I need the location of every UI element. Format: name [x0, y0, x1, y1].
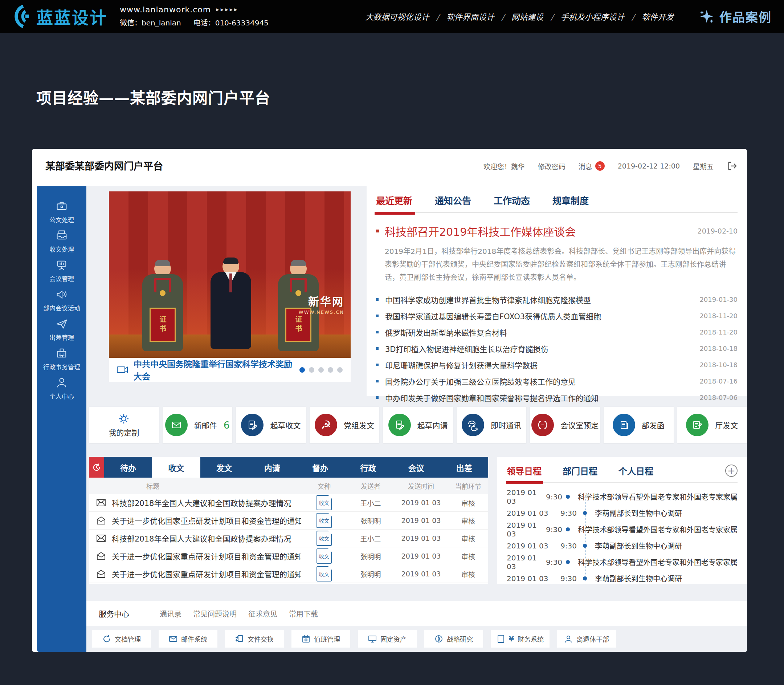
draft-incoming-button[interactable]: 起草收文 — [236, 407, 306, 443]
mail-icon — [169, 635, 178, 643]
tab-supervision[interactable]: 督办 — [296, 457, 344, 477]
footer-apps-row: 文档管理 邮件系统 文件交换 值班管理 固定资产 战略研究 — [86, 626, 747, 652]
schedule-entry[interactable]: 2019 01 03 9:30 科学技术部领导看望外国老专家和外国老专家家属 — [507, 521, 737, 537]
awardee-left: 证书 — [141, 260, 185, 351]
nav-item-website[interactable]: 网站建设 — [494, 11, 543, 22]
news-list: 中国科学家成功创建世界首批生物节律紊乱体细胞克隆猴模型 2019-01-30 我… — [376, 291, 737, 406]
user-icon — [55, 376, 68, 389]
tab-recent-updates[interactable]: 最近更新 — [376, 193, 412, 207]
timeline-line — [585, 493, 585, 581]
tab-leader-schedule[interactable]: 领导日程 — [507, 464, 541, 477]
tab-work-trends[interactable]: 工作动态 — [494, 193, 530, 207]
doc-edit-icon — [686, 414, 708, 436]
office-doc-button[interactable]: 厅发文 — [677, 407, 747, 443]
faq-link[interactable]: 常见问题说明 — [193, 609, 236, 619]
sidebar-item-internal-meetings[interactable]: 部内会议活动 — [43, 288, 80, 312]
logout-icon[interactable] — [727, 161, 737, 171]
file-exchange-button[interactable]: 文件交换 — [225, 630, 284, 648]
table-row[interactable]: 科技部2018年全国人大建议和全国政协提案办理情况 收文 王小二 2019 01… — [89, 494, 488, 512]
ministry-letter-button[interactable]: 部发函 — [604, 407, 674, 443]
bullet-icon — [376, 230, 379, 232]
schedule-entry[interactable]: 2019 01 03 9:30 李萌副部长到生物中心调研 — [507, 505, 737, 521]
carousel-dot[interactable] — [318, 367, 324, 373]
news-panel: 最近更新 通知公告 工作动态 规章制度 科技部召开2019年科技工作媒体座谈会 … — [367, 186, 747, 396]
finance-system-button[interactable]: ¥ 财务系统 — [491, 630, 549, 648]
instant-messaging-button[interactable]: 即时通讯 — [457, 407, 526, 443]
feedback-link[interactable]: 征求意见 — [248, 609, 277, 619]
change-password-link[interactable]: 修改密码 — [538, 161, 565, 171]
party-doc-button[interactable]: ☭ 党组发文 — [309, 407, 380, 443]
tab-personal-schedule[interactable]: 个人日程 — [619, 464, 653, 477]
nav-item-bigdata[interactable]: 大数据可视化设计 — [365, 11, 429, 22]
leader-center — [209, 258, 253, 349]
add-schedule-icon[interactable]: + — [725, 464, 737, 477]
nav-item-dev[interactable]: 软件开发 — [625, 11, 674, 22]
doc-management-button[interactable]: 文档管理 — [92, 630, 151, 648]
portfolio-link[interactable]: 作品案例 — [699, 8, 772, 26]
sidebar-item-personal-center[interactable]: 个人中心 — [49, 376, 74, 401]
carousel-caption[interactable]: 中共中央国务院隆重举行国家科学技术奖励大会 — [134, 357, 294, 382]
schedule-entry[interactable]: 2019 01 03 9:30 科学技术部领导看望外国老专家和外国老专家家属 — [507, 554, 737, 570]
pending-clock-icon[interactable] — [89, 457, 104, 477]
sidebar-item-received-docs[interactable]: 收文处理 — [49, 229, 74, 253]
carousel-photo[interactable]: 证书 证书 新华网 WWW.NEWS.CN — [109, 192, 351, 358]
tab-internal-request[interactable]: 内请 — [248, 457, 296, 477]
nav-item-mobile[interactable]: 手机及小程序设计 — [543, 11, 624, 22]
schedule-entry[interactable]: 2019 01 03 9:30 科学技术部领导看望外国老专家和外国老专家家属 — [507, 489, 737, 505]
news-item: 中办印发关于做好国家勋章和国家荣誉称号提名评选工作的通知 2018-07-06 — [376, 390, 737, 406]
website-url[interactable]: www.lanlanwork.com — [120, 5, 211, 14]
sidebar-item-official-docs[interactable]: 公文处理 — [49, 200, 74, 224]
carousel-dot[interactable] — [300, 367, 305, 373]
headline-title[interactable]: 科技部召开2019年科技工作媒体座谈会 — [385, 223, 576, 239]
fixed-assets-button[interactable]: 固定资产 — [358, 630, 417, 648]
party-emblem-icon: ☭ — [315, 414, 337, 436]
carousel-dot[interactable] — [328, 367, 333, 373]
news-item: 3D打印植入物促进神经细胞生长以治疗脊髓损伤 2018-10-18 — [376, 340, 737, 357]
meeting-room-booking-button[interactable]: 会议室预定 — [530, 407, 600, 443]
schedule-tabs: 领导日程 部门日程 个人日程 + — [507, 457, 737, 483]
duty-management-button[interactable]: 值班管理 — [292, 630, 350, 648]
table-row[interactable]: 关于进一步优化国家重点研发计划项目和资金管理的通知 收文 张明明 2019 01… — [89, 547, 488, 565]
carousel-dot[interactable] — [309, 367, 314, 373]
carousel-dot[interactable] — [337, 367, 343, 373]
worklist-panel: 待办 收文 发文 内请 督办 行政 会议 出差 标题 文种 发送者 发送时间 当… — [89, 457, 488, 584]
mail-system-button[interactable]: 邮件系统 — [159, 630, 217, 648]
table-row[interactable]: 关于进一步优化国家重点研发计划项目和资金管理的通知 收文 张明明 2019 01… — [89, 565, 488, 583]
strategy-research-button[interactable]: 战略研究 — [424, 630, 483, 648]
downloads-link[interactable]: 常用下载 — [289, 609, 318, 619]
table-row[interactable]: 关于进一步优化国家重点研发计划项目和资金管理的通知 收文 张明明 2019 01… — [89, 512, 488, 529]
tab-rules[interactable]: 规章制度 — [552, 193, 589, 207]
new-mail-count: 6 — [224, 419, 230, 431]
new-mail-button[interactable]: 新邮件 6 — [163, 407, 233, 443]
sidebar-item-meeting-mgmt[interactable]: 会议管理 — [49, 258, 74, 283]
portal-header-meta: 欢迎您！魏华 修改密码 消息 5 2019-02-12 12:00 星期五 — [483, 161, 737, 171]
chat-bubbles-icon — [462, 414, 484, 436]
lanlan-logo-icon — [11, 5, 32, 28]
tab-sent[interactable]: 发文 — [200, 457, 248, 477]
schedule-entry[interactable]: 2019 01 03 9:30 李萌副部长到生物中心调研 — [507, 537, 737, 554]
draft-internal-button[interactable]: 起草内请 — [383, 407, 453, 443]
tab-meetings[interactable]: 会议 — [392, 457, 440, 477]
tab-notices[interactable]: 通知公告 — [435, 193, 471, 207]
messages-link[interactable]: 消息 5 — [578, 161, 605, 171]
contacts-link[interactable]: 通讯录 — [160, 609, 181, 619]
news-item: 国务院办公厅关于加强三级公立医院绩效考核工作的意见 2018-07-16 — [376, 373, 737, 390]
my-customization-button[interactable]: 我的定制 — [89, 407, 159, 443]
schedule-entry[interactable]: 2019 01 03 9:30 李萌副部长到生物中心调研 — [507, 570, 737, 587]
brand[interactable]: 蓝蓝设计 — [11, 4, 107, 28]
tab-todo[interactable]: 待办 — [104, 457, 152, 477]
nav-item-software-ui[interactable]: 软件界面设计 — [429, 11, 494, 22]
tab-department-schedule[interactable]: 部门日程 — [562, 464, 598, 477]
sidebar-item-admin-affairs[interactable]: 行政事务管理 — [43, 346, 80, 371]
weekday-text: 星期五 — [693, 161, 714, 171]
top-banner: 蓝蓝设计 www.lanlanwork.com ▶▶▶▶▶ 微信：ben_lan… — [0, 0, 784, 33]
briefcase-icon — [55, 200, 68, 213]
timeline-dot-icon — [566, 528, 570, 531]
sidebar-item-business-trip[interactable]: 出差管理 — [49, 317, 74, 342]
tab-received[interactable]: 收文 — [152, 457, 200, 477]
table-row[interactable]: 科技部2018年全国人大建议和全国政协提案办理情况 收文 王小二 2019 01… — [89, 529, 488, 547]
tab-administration[interactable]: 行政 — [344, 457, 392, 477]
service-center-link[interactable]: 服务中心 — [99, 608, 160, 619]
tab-trips[interactable]: 出差 — [440, 457, 488, 477]
retired-cadres-button[interactable]: 离退休干部 — [557, 630, 616, 648]
